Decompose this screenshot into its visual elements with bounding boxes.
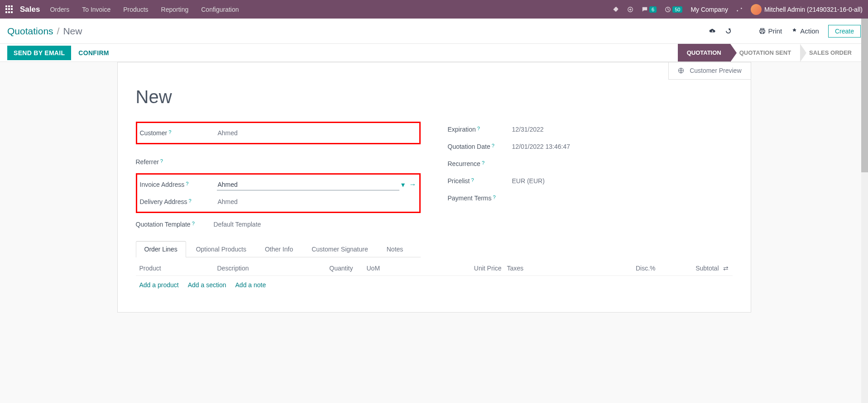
delivery-address-field[interactable]: Ahmed bbox=[217, 196, 417, 207]
recurrence-field[interactable] bbox=[511, 162, 733, 166]
table-header: Product Description Quantity UoM Unit Pr… bbox=[136, 261, 733, 276]
customer-preview-label: Customer Preview bbox=[690, 67, 741, 75]
add-section-link[interactable]: Add a section bbox=[188, 281, 226, 289]
nav-orders[interactable]: Orders bbox=[50, 6, 69, 13]
scrollbar[interactable] bbox=[861, 19, 868, 403]
help-icon[interactable]: ? bbox=[482, 160, 484, 166]
status-sales-order[interactable]: SALES ORDER bbox=[800, 44, 861, 62]
help-icon[interactable]: ? bbox=[492, 143, 494, 148]
invoice-address-label: Invoice Address bbox=[140, 181, 185, 188]
recurrence-label: Recurrence bbox=[448, 160, 480, 167]
app-title[interactable]: Sales bbox=[20, 5, 40, 14]
customer-preview-button[interactable]: Customer Preview bbox=[668, 62, 750, 80]
customer-label: Customer bbox=[140, 129, 168, 137]
confirm-button[interactable]: CONFIRM bbox=[78, 49, 109, 57]
clock-icon[interactable]: 50 bbox=[665, 6, 682, 13]
th-description[interactable]: Description bbox=[217, 265, 308, 272]
quotation-date-field[interactable]: 12/01/2022 13:46:47 bbox=[511, 141, 733, 152]
add-product-link[interactable]: Add a product bbox=[139, 281, 179, 289]
customer-field[interactable]: Ahmed bbox=[217, 128, 417, 138]
nav-reporting[interactable]: Reporting bbox=[161, 6, 189, 13]
main-scroll: Customer Preview New Customer? Ahmed Ref… bbox=[0, 62, 868, 403]
help-icon[interactable]: ? bbox=[493, 194, 496, 200]
discard-icon[interactable] bbox=[725, 28, 732, 34]
nav-to-invoice[interactable]: To Invoice bbox=[82, 6, 110, 13]
th-uom[interactable]: UoM bbox=[353, 265, 389, 272]
nav-products[interactable]: Products bbox=[123, 6, 148, 13]
breadcrumb-bar: Quotations / New Print Action Create bbox=[0, 19, 868, 44]
tabs: Order Lines Optional Products Other Info… bbox=[136, 241, 421, 257]
action-button[interactable]: Action bbox=[791, 27, 819, 35]
tab-other-info[interactable]: Other Info bbox=[256, 241, 302, 257]
form-right-col: Expiration? 12/31/2022 Quotation Date? 1… bbox=[448, 121, 733, 257]
company-switch[interactable]: My Company bbox=[691, 6, 728, 13]
table-actions: Add a product Add a section Add a note bbox=[136, 276, 733, 294]
th-taxes[interactable]: Taxes bbox=[502, 265, 547, 272]
bug-icon[interactable] bbox=[613, 6, 619, 13]
referrer-label: Referrer bbox=[136, 158, 159, 166]
help-icon[interactable]: ? bbox=[186, 181, 188, 186]
nav-menu: Orders To Invoice Products Reporting Con… bbox=[50, 6, 239, 13]
chat-icon[interactable]: 6 bbox=[642, 6, 657, 13]
delivery-address-label: Delivery Address bbox=[140, 198, 187, 205]
apps-icon[interactable] bbox=[5, 5, 14, 14]
tab-notes[interactable]: Notes bbox=[378, 241, 412, 257]
breadcrumb-root[interactable]: Quotations bbox=[7, 26, 53, 37]
pricelist-label: Pricelist bbox=[448, 177, 470, 185]
status-bar: QUOTATION QUOTATION SENT SALES ORDER bbox=[678, 44, 861, 62]
chevron-down-icon[interactable]: ▾ bbox=[401, 180, 405, 189]
scrollbar-thumb[interactable] bbox=[861, 19, 868, 172]
cloud-save-icon[interactable] bbox=[709, 28, 716, 34]
th-subtotal[interactable]: Subtotal bbox=[656, 265, 719, 272]
user-name: Mitchell Admin (21490321-16-0-all) bbox=[764, 6, 863, 13]
tab-optional-products[interactable]: Optional Products bbox=[187, 241, 255, 257]
status-sent[interactable]: QUOTATION SENT bbox=[730, 44, 800, 62]
payment-terms-field[interactable] bbox=[511, 196, 733, 200]
clock-badge: 50 bbox=[672, 6, 682, 13]
status-quotation[interactable]: QUOTATION bbox=[678, 44, 730, 62]
user-menu[interactable]: Mitchell Admin (21490321-16-0-all) bbox=[751, 4, 863, 15]
breadcrumb-sep: / bbox=[57, 26, 60, 37]
pricelist-field[interactable]: EUR (EUR) bbox=[511, 175, 733, 186]
print-button[interactable]: Print bbox=[759, 27, 782, 35]
help-icon[interactable]: ? bbox=[168, 129, 171, 135]
globe-icon bbox=[678, 67, 684, 74]
payment-terms-label: Payment Terms bbox=[448, 194, 492, 202]
highlight-addresses: Invoice Address? ▾ → Delivery Address? A… bbox=[136, 173, 421, 213]
add-note-link[interactable]: Add a note bbox=[235, 281, 266, 289]
top-navbar: Sales Orders To Invoice Products Reporti… bbox=[0, 0, 868, 19]
tab-order-lines[interactable]: Order Lines bbox=[136, 241, 186, 257]
help-icon[interactable]: ? bbox=[471, 177, 474, 183]
page-title: New bbox=[136, 87, 733, 107]
chat-badge: 6 bbox=[649, 6, 657, 13]
th-discount[interactable]: Disc.% bbox=[547, 265, 656, 272]
th-quantity[interactable]: Quantity bbox=[308, 265, 353, 272]
th-options-icon[interactable]: ⇄ bbox=[719, 265, 733, 272]
tab-customer-signature[interactable]: Customer Signature bbox=[303, 241, 377, 257]
create-button[interactable]: Create bbox=[828, 25, 861, 38]
th-unit-price[interactable]: Unit Price bbox=[389, 265, 502, 272]
avatar bbox=[751, 4, 762, 15]
referrer-field[interactable] bbox=[213, 160, 421, 164]
expiration-label: Expiration bbox=[448, 126, 476, 133]
quotation-date-label: Quotation Date bbox=[448, 143, 490, 150]
nav-configuration[interactable]: Configuration bbox=[201, 6, 239, 13]
tools-icon[interactable] bbox=[736, 6, 743, 13]
expiration-field[interactable]: 12/31/2022 bbox=[511, 124, 733, 135]
highlight-customer: Customer? Ahmed bbox=[136, 122, 421, 144]
support-icon[interactable] bbox=[627, 6, 633, 13]
form-grid: Customer? Ahmed Referrer? Invoice Addres… bbox=[136, 121, 733, 257]
order-lines-table: Product Description Quantity UoM Unit Pr… bbox=[136, 261, 733, 294]
form-left-col: Customer? Ahmed Referrer? Invoice Addres… bbox=[136, 121, 421, 257]
invoice-address-field[interactable] bbox=[217, 179, 399, 190]
help-icon[interactable]: ? bbox=[477, 126, 480, 131]
breadcrumb-current: New bbox=[63, 26, 82, 37]
external-link-icon[interactable]: → bbox=[409, 180, 417, 189]
nav-right: 6 50 My Company Mitchell Admin (21490321… bbox=[613, 4, 863, 15]
send-email-button[interactable]: SEND BY EMAIL bbox=[7, 46, 71, 60]
help-icon[interactable]: ? bbox=[160, 158, 163, 164]
template-field[interactable]: Default Template bbox=[213, 219, 421, 230]
help-icon[interactable]: ? bbox=[189, 198, 192, 204]
help-icon[interactable]: ? bbox=[192, 221, 195, 226]
th-product[interactable]: Product bbox=[136, 265, 217, 272]
